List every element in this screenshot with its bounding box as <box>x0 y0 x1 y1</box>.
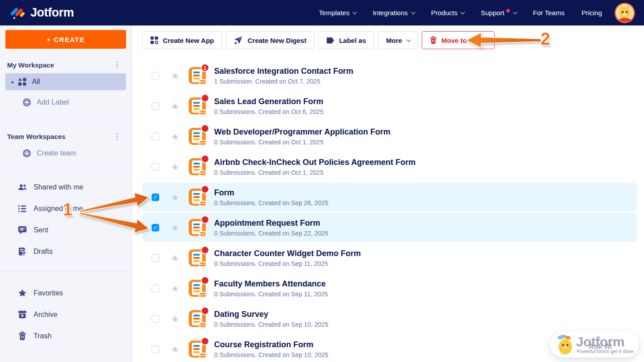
favorite-star-icon[interactable]: ★ <box>171 101 179 111</box>
row-checkbox[interactable]: ✓ <box>152 194 159 201</box>
favorite-star-icon[interactable]: ★ <box>171 223 179 232</box>
row-checkbox[interactable] <box>152 72 159 80</box>
form-texts: Sales Lead Generation Form 0 Submissions… <box>214 97 323 115</box>
form-icon <box>189 219 206 236</box>
user-avatar[interactable] <box>614 3 635 23</box>
favorite-star-icon[interactable]: ★ <box>171 284 179 293</box>
button-label: More <box>386 37 402 44</box>
form-list-row[interactable]: ★ Sales Lead Generation Form 0 Submissio… <box>142 92 637 120</box>
form-title[interactable]: Web Developer/Programmer Application For… <box>214 127 390 137</box>
expand-caret-icon[interactable]: ▸ <box>12 79 14 85</box>
form-list-row[interactable]: ✓ ★ Appointment Request Form 0 Submissio… <box>142 213 637 242</box>
sidebar-item-drafts[interactable]: Drafts <box>5 241 126 262</box>
form-meta: 0 Submissions. Created on Sep 10, 2025 <box>214 321 328 328</box>
sidebar-item-label: Trash <box>34 332 51 340</box>
form-title[interactable]: Character Counter Widget Demo Form <box>214 249 361 258</box>
form-list-row[interactable]: ★ Character Counter Widget Demo Form 0 S… <box>142 244 637 272</box>
team-workspaces-header: Team Workspaces ⋮ <box>5 132 126 141</box>
favorite-star-icon[interactable]: ★ <box>171 162 179 172</box>
form-texts: Airbnb Check-InCheck Out Policies Agreem… <box>214 158 415 176</box>
row-checkbox[interactable] <box>152 285 159 292</box>
form-list-row[interactable]: ★ Web Developer/Programmer Application F… <box>142 122 637 151</box>
favorite-star-icon[interactable]: ★ <box>171 314 179 324</box>
sidebar-item-favorites[interactable]: Favorites <box>5 282 126 304</box>
form-texts: Faculty Members Attendance 0 Submissions… <box>214 279 328 298</box>
form-list-row[interactable]: ★ Dating Survey 0 Submissions. Created o… <box>142 304 637 333</box>
chevron-down-icon <box>411 10 415 14</box>
form-icon <box>189 280 206 297</box>
plus-circle-icon <box>22 149 31 158</box>
row-checkbox[interactable] <box>152 102 159 110</box>
form-title[interactable]: Course Registration Form <box>214 340 328 349</box>
form-list-row[interactable]: ✓ ★ Form 0 Submissions. Created on Sep 2… <box>142 183 637 211</box>
favorite-star-icon[interactable]: ★ <box>171 132 179 141</box>
sidebar-item-label: Favorites <box>34 289 63 297</box>
sidebar-item-all[interactable]: ▸ All <box>5 73 126 90</box>
form-icon <box>189 310 206 327</box>
form-icon <box>189 97 206 114</box>
sidebar-item-add-label[interactable]: Add Label <box>5 94 126 111</box>
label-as-button[interactable]: Label as <box>318 31 374 49</box>
sidebar-item-label: Assigned to me <box>34 205 83 213</box>
form-title[interactable]: Airbnb Check-InCheck Out Policies Agreem… <box>214 158 415 167</box>
row-checkbox[interactable] <box>152 254 159 262</box>
create-new-app-button[interactable]: Create New App <box>142 31 222 49</box>
my-workspace-menu-icon[interactable]: ⋮ <box>110 60 123 70</box>
form-title[interactable]: Form <box>214 188 328 198</box>
nav-products[interactable]: Products <box>431 9 464 17</box>
chat-bubble-overlay-icon <box>199 322 207 328</box>
form-icon <box>189 128 206 145</box>
form-list-row[interactable]: ★ Faculty Members Attendance 0 Submissio… <box>142 274 637 303</box>
create-new-digest-button[interactable]: Create New Digest <box>226 31 314 49</box>
row-checkbox[interactable] <box>152 315 159 323</box>
chat-bubble-overlay-icon <box>199 292 207 298</box>
form-icon <box>189 158 206 175</box>
submission-count-badge <box>201 185 209 194</box>
team-workspaces-menu-icon[interactable]: ⋮ <box>110 132 123 141</box>
row-checkbox[interactable] <box>152 133 159 140</box>
jotform-logo[interactable]: Jotform <box>11 5 74 21</box>
form-title[interactable]: Appointment Request Form <box>214 219 328 228</box>
form-title[interactable]: Faculty Members Attendance <box>214 279 328 289</box>
jotform-my-forms-page: Jotform Templates Integrations Products … <box>0 0 644 362</box>
form-title[interactable]: Salesforce Integration Contact Form <box>214 67 353 76</box>
jotform-logo-icon <box>11 5 26 21</box>
sidebar-item-archive[interactable]: Archive <box>5 304 126 325</box>
form-list-row[interactable]: ★ 1 Salesforce Integration Contact Form … <box>142 61 637 90</box>
form-title[interactable]: Sales Lead Generation Form <box>214 97 323 106</box>
nav-for-teams[interactable]: For Teams <box>533 9 565 17</box>
favorite-star-icon[interactable]: ★ <box>171 71 179 80</box>
sidebar-item-label: Archive <box>34 311 57 319</box>
sidebar-item-trash[interactable]: Trash <box>5 325 126 347</box>
row-checkbox[interactable]: ✓ <box>152 224 159 232</box>
nav-support[interactable]: Support <box>481 9 516 17</box>
nav-templates[interactable]: Templates <box>319 9 356 17</box>
favorite-star-icon[interactable]: ★ <box>171 253 179 263</box>
submission-count-badge <box>201 307 209 315</box>
form-meta: 0 Submissions. Created on Oct 6, 2025 <box>214 108 323 115</box>
trash-icon <box>18 332 27 341</box>
row-checkbox[interactable] <box>152 163 159 171</box>
create-button[interactable]: + CREATE <box>5 30 126 49</box>
nav-pricing[interactable]: Pricing <box>581 9 602 17</box>
sidebar-item-assigned-to-me[interactable]: Assigned to me <box>5 198 126 219</box>
chat-bubble-overlay-icon <box>199 201 207 206</box>
form-title[interactable]: Dating Survey <box>214 310 328 319</box>
more-button[interactable]: More <box>378 31 418 49</box>
form-icon: 1 <box>189 67 206 84</box>
sidebar-item-sent[interactable]: Sent <box>5 219 126 241</box>
sidebar-item-create-team[interactable]: Create team <box>5 145 126 162</box>
favorite-star-icon[interactable]: ★ <box>171 193 179 202</box>
move-to-trash-button[interactable]: Move to Trash <box>422 31 495 49</box>
favorite-star-icon[interactable]: ★ <box>171 345 179 354</box>
chat-bubble-overlay-icon <box>199 231 207 237</box>
assigned-list-icon <box>18 204 27 213</box>
nav-integrations[interactable]: Integrations <box>373 9 414 17</box>
sidebar-item-shared-with-me[interactable]: Shared with me <box>5 177 126 198</box>
row-checkbox[interactable] <box>152 345 159 353</box>
form-list-row[interactable]: ★ Airbnb Check-InCheck Out Policies Agre… <box>142 152 637 181</box>
podo-mascot-icon <box>555 333 576 356</box>
button-label: Create New App <box>163 37 214 44</box>
form-texts: Form 0 Submissions. Created on Sep 26, 2… <box>214 188 328 206</box>
trash-icon <box>430 36 437 44</box>
